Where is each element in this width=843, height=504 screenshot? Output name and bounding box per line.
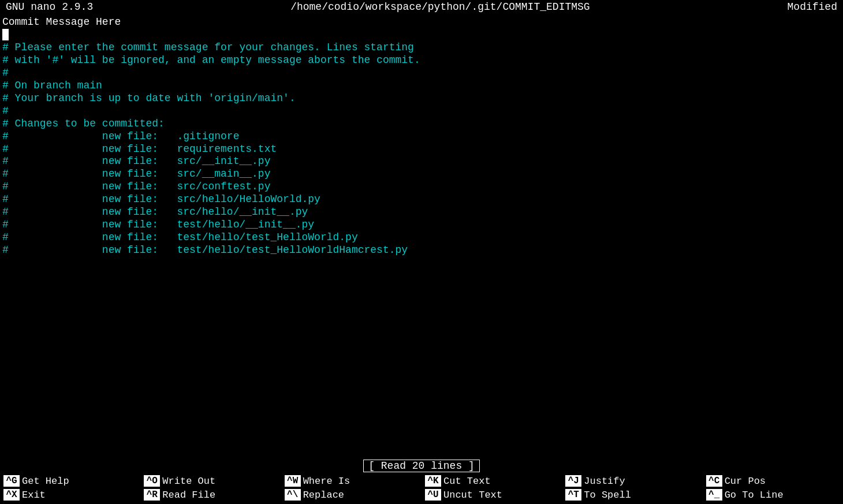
footer-item[interactable]: ^_Go To Line: [703, 488, 843, 502]
footer-bar: ^GGet Help^XExit^OWrite Out^RRead File^W…: [0, 473, 843, 504]
footer-key: ^U: [425, 489, 441, 501]
cursor: [2, 29, 9, 40]
editor-line: # Changes to be committed:: [0, 118, 843, 130]
footer-item[interactable]: ^TTo Spell: [562, 488, 702, 502]
footer-item[interactable]: ^KCut Text: [422, 474, 562, 488]
footer-label: Read File: [162, 490, 215, 501]
editor-line: # new file: .gitignore: [0, 130, 843, 143]
footer-item[interactable]: ^GGet Help: [0, 474, 140, 488]
footer-key: ^X: [3, 489, 20, 501]
title-bar: GNU nano 2.9.3 /home/codio/workspace/pyt…: [0, 0, 843, 14]
footer-label: Go To Line: [725, 490, 784, 501]
editor-line: # Your branch is up to date with 'origin…: [0, 92, 843, 105]
footer-item[interactable]: ^WWhere Is: [281, 474, 422, 488]
footer-label: Get Help: [22, 476, 69, 487]
status-bar: [ Read 20 lines ]: [0, 459, 843, 473]
footer-label: Replace: [303, 490, 344, 501]
footer-key: ^_: [706, 489, 722, 501]
editor-line: # new file: src/hello/__init__.py: [0, 206, 843, 219]
footer-key: ^G: [3, 475, 20, 487]
editor-area[interactable]: Commit Message Here# Please enter the co…: [0, 14, 843, 459]
footer-key: ^W: [285, 475, 301, 487]
editor-line: # new file: src/__init__.py: [0, 155, 843, 168]
editor-line: # new file: test/hello/test_HelloWorldHa…: [0, 244, 843, 257]
footer-item[interactable]: ^RRead File: [140, 488, 281, 502]
footer-key: ^\: [285, 489, 301, 501]
footer-label: To Spell: [584, 490, 631, 501]
editor-line: #: [0, 67, 843, 80]
footer-item[interactable]: ^CCur Pos: [703, 474, 843, 488]
footer-item[interactable]: ^OWrite Out: [140, 474, 281, 488]
footer-item[interactable]: ^UUncut Text: [422, 488, 562, 502]
footer-label: Where Is: [303, 476, 350, 487]
footer-label: Cut Text: [443, 476, 491, 487]
editor-line: [0, 29, 843, 42]
footer-label: Exit: [22, 490, 46, 501]
editor-line: # new file: src/conftest.py: [0, 181, 843, 193]
footer-label: Uncut Text: [443, 490, 502, 501]
footer-item[interactable]: ^XExit: [0, 488, 140, 502]
editor-line: # new file: src/hello/HelloWorld.py: [0, 193, 843, 206]
footer-label: Write Out: [162, 476, 215, 487]
editor-line: # Please enter the commit message for yo…: [0, 42, 843, 54]
footer-key: ^T: [565, 489, 581, 501]
editor-line: # new file: src/__main__.py: [0, 168, 843, 181]
editor-line: # with '#' will be ignored, and an empty…: [0, 54, 843, 67]
editor-line: # new file: test/hello/__init__.py: [0, 219, 843, 232]
footer-key: ^J: [565, 475, 581, 487]
editor-line: Commit Message Here: [0, 16, 843, 29]
footer-label: Cur Pos: [725, 476, 766, 487]
editor-line: # new file: requirements.txt: [0, 143, 843, 156]
editor-line: # new file: test/hello/test_HelloWorld.p…: [0, 232, 843, 244]
app-name: GNU nano 2.9.3: [6, 1, 93, 13]
editor-line: #: [0, 105, 843, 118]
modified-status: Modified: [788, 1, 837, 13]
editor-line: # On branch main: [0, 80, 843, 92]
footer-item[interactable]: ^JJustify: [562, 474, 702, 488]
footer-key: ^R: [144, 489, 160, 501]
footer-key: ^O: [144, 475, 160, 487]
footer-label: Justify: [584, 476, 625, 487]
footer-item[interactable]: ^\Replace: [281, 488, 422, 502]
file-path: /home/codio/workspace/python/.git/COMMIT…: [290, 1, 590, 13]
footer-key: ^K: [425, 475, 441, 487]
footer-key: ^C: [706, 475, 722, 487]
status-text: [ Read 20 lines ]: [363, 460, 480, 472]
